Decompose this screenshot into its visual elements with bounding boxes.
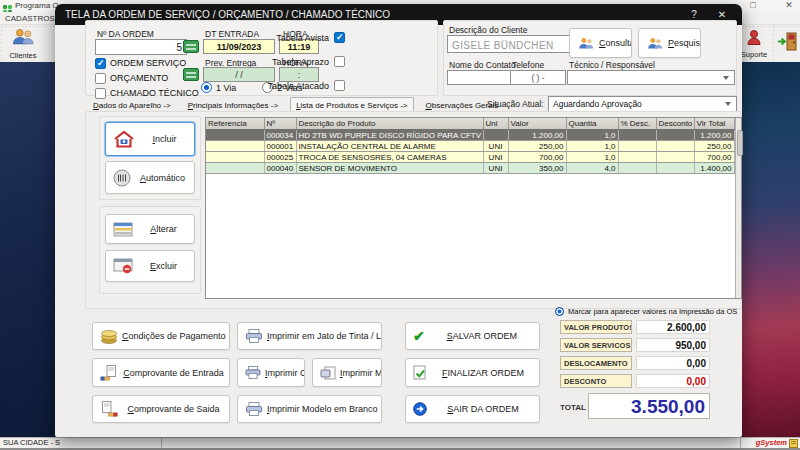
situation-select[interactable]: Aguardando Aprovação [548,96,737,112]
grid-header-cell[interactable]: Vlr Total [694,118,734,130]
chevron-down-icon [725,102,731,106]
table-row[interactable]: 000025TROCA DE SENSOSRES, 04 CAMERASUNI7… [206,152,734,163]
phone-label: Telefone [512,60,544,70]
grid-cell [206,141,264,152]
grid-cell: UNI [483,163,508,174]
totals-row: VALOR SERVICOS950,00 [560,338,710,352]
toolbar-clientes-button[interactable]: Clientes [2,27,44,60]
grid-cell: 1.200,00 [508,130,566,141]
comprovante-saida-label: Comprovante de Saida [118,404,229,414]
statusbar-brand-text: gSystem [756,438,787,447]
alterar-button[interactable]: Alterar [105,214,195,244]
grid-cell: 000001 [264,141,296,152]
grid-scrollbar[interactable] [735,118,742,298]
automatico-button[interactable]: Automático [105,161,195,194]
grid-cell [206,152,264,163]
grid-header-cell[interactable]: Valor [508,118,566,130]
via-option[interactable]: 1 Via [201,82,236,93]
grid-cell: UNI [483,141,508,152]
scrollbar-thumb[interactable] [737,130,743,156]
grid-header-cell[interactable]: Referencia [206,118,264,130]
grid-cell: 1,0 [566,152,618,163]
edit-form-icon [113,222,133,237]
grid-cell [618,152,656,163]
printer-icon [245,366,261,379]
support-person-icon [745,29,763,49]
tab-dados-do-aparelho[interactable]: Dados do Aparelho -> [88,98,176,112]
price-table-option[interactable]: Tabela Avista [233,32,345,43]
imprimir-jato-button[interactable]: Imprimir em Jato de Tinta / Laser [237,322,382,350]
price-table-label: Tabela Avista [276,33,329,43]
order-number-field[interactable]: 5 [95,39,187,55]
client-desc-label: Descrição do Cliente [449,25,527,35]
toolbar-exit-button[interactable] [774,27,800,60]
consultar-button[interactable]: Consultar [569,28,632,58]
technician-select[interactable] [567,70,735,85]
grid-cell [656,141,694,152]
checkbox-icon [334,32,345,43]
checkbox-icon [95,73,106,84]
grid-cell [618,130,656,141]
grid-cell: 4,0 [566,163,618,174]
finalizar-ordem-button[interactable]: FINALIZAR ORDEM [405,358,540,387]
grid-cell [618,163,656,174]
grid-header-cell[interactable]: Nº [264,118,296,130]
grid-cell [656,152,694,163]
price-table-option[interactable]: Tabela Atacado [233,80,345,91]
price-table-option[interactable]: Tabela Aprazo [233,56,345,67]
products-table: ReferenciaNºDescrição do ProdutoUniValor… [206,118,735,174]
bg-close-button[interactable]: ✕ [782,0,796,10]
table-row[interactable]: 000001INSTALAÇÃO CENTRAL DE ALARMEUNI250… [206,141,734,152]
phone-field[interactable]: ( ) - [510,70,566,85]
bg-restore-button[interactable]: □ [746,0,760,10]
calendar-icon[interactable] [183,40,199,53]
contact-label: Nome do Contato [449,60,516,70]
total-row-value: 2.600,00 [636,320,710,334]
checkbox-icon [334,56,345,67]
screen: Programa O □ ✕ CADASTROS Clientes For Su… [0,0,800,450]
sair-ordem-button[interactable]: SAIR DA ORDEM [405,395,540,423]
comprovante-entrada-button[interactable]: Comprovante de Entrada [92,358,230,387]
print-values-option[interactable]: Marcar para aparecer valores na Impressã… [555,307,741,316]
total-row-value: 950,00 [636,338,710,352]
salvar-ordem-button[interactable]: ✔ SALVAR ORDEM [405,322,540,350]
price-table-label: Tabela Atacado [267,81,329,91]
incluir-button[interactable]: Incluir [105,122,195,156]
tab-principais-informa-es[interactable]: Principais Informações -> [183,98,284,112]
desktop-wallpaper-right [742,62,800,437]
excluir-button[interactable]: Excluir [105,250,195,282]
add-house-camera-icon [113,130,135,148]
grid-header-cell[interactable]: Quantia [566,118,618,130]
condicoes-pagamento-button[interactable]: Condições de Pagamento [92,322,230,350]
imprimir-branco-button[interactable]: Imprimir Modelo em Branco [237,395,382,423]
matrix-printer-icon [320,366,336,380]
grid-cell: UNI [483,152,508,163]
condicoes-label: Condições de Pagamento [118,331,229,341]
grid-header-row: ReferenciaNºDescrição do ProdutoUniValor… [206,118,734,130]
pesquisar-button[interactable]: Pesquisar [638,28,701,58]
calendar-icon[interactable] [183,68,199,81]
grid-cell [618,141,656,152]
grid-header-cell[interactable]: Desconto [656,118,694,130]
imprimir-matricial-button[interactable]: Imprimir Matricial [312,358,382,387]
grid-cell: 1.400,00 [694,163,734,174]
radio-selected-icon [555,307,564,316]
grid-cell: 350,00 [508,163,566,174]
table-row[interactable]: 000034HD 2TB WD PURPLE DISCO RÍGIDO PARA… [206,130,734,141]
tab-bar: Dados do Aparelho ->Principais Informaçõ… [88,95,503,112]
grid-cell: HD 2TB WD PURPLE DISCO RÍGIDO PARA CFTV [296,130,483,141]
grid-cell: TROCA DE SENSOSRES, 04 CAMERAS [296,152,483,163]
menu-cadastros[interactable]: CADASTROS [5,14,55,23]
print-values-label: Marcar para aparecer valores na Impressã… [568,307,737,316]
dialog-title: TELA DA ORDEM DE SERVIÇO / ORÇAMENTO / C… [55,9,390,20]
grid-header-cell[interactable]: Descrição do Produto [296,118,483,130]
grid-header-cell[interactable]: % Desc. [618,118,656,130]
grid-header-cell[interactable]: Uni [483,118,508,130]
grid-cell [656,130,694,141]
tab-lista-de-produtos-e-servi-os[interactable]: Lista de Produtos e Serviços -> [290,97,413,112]
imprimir-cupom-button[interactable]: Imprimir CUPOM [237,358,305,387]
table-row[interactable]: 000040SENSOR DE MOVIMENTOUNI350,004,01.4… [206,163,734,174]
consultar-label: Consultar [595,38,631,48]
comprovante-saida-button[interactable]: Comprovante de Saida [92,395,230,423]
total-row-label: VALOR PRODUTOS [560,320,632,334]
